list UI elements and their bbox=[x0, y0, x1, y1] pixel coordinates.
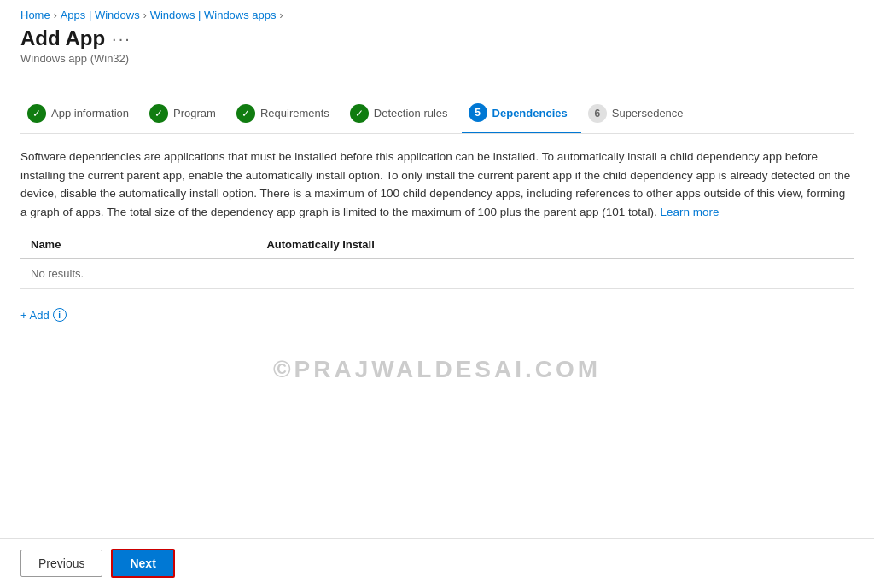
page-title: Add App bbox=[20, 26, 105, 50]
dependencies-description: Software dependencies are applications t… bbox=[20, 148, 854, 221]
no-results-text: No results. bbox=[20, 259, 854, 289]
step-requirements[interactable]: Requirements bbox=[230, 97, 343, 133]
steps-row: App information Program Requirements Det… bbox=[20, 86, 854, 134]
breadcrumb-sep-1: › bbox=[54, 9, 57, 21]
breadcrumb-sep-2: › bbox=[143, 9, 147, 21]
breadcrumb-apps-windows[interactable]: Apps | Windows bbox=[61, 9, 140, 21]
page-header: Add App ··· Windows app (Win32) bbox=[0, 26, 874, 72]
breadcrumb: Home › Apps | Windows › Windows | Window… bbox=[0, 0, 874, 26]
step-completed-icon-3 bbox=[236, 104, 255, 123]
breadcrumb-home[interactable]: Home bbox=[20, 9, 50, 21]
add-info-icon: i bbox=[53, 308, 67, 322]
step-completed-icon-2 bbox=[149, 104, 168, 123]
step-number-5: 5 bbox=[469, 103, 487, 122]
step-completed-icon-1 bbox=[27, 104, 46, 123]
col-header-name: Name bbox=[20, 231, 256, 259]
next-button[interactable]: Next bbox=[111, 549, 174, 578]
learn-more-link[interactable]: Learn more bbox=[660, 206, 719, 218]
step-completed-icon-4 bbox=[350, 104, 369, 123]
page-options-dots[interactable]: ··· bbox=[112, 29, 131, 49]
step-dependencies[interactable]: 5 Dependencies bbox=[462, 96, 581, 134]
step-app-information[interactable]: App information bbox=[20, 97, 143, 133]
step-label-2: Program bbox=[173, 107, 216, 119]
page-subtitle: Windows app (Win32) bbox=[20, 52, 854, 65]
add-dependency-link[interactable]: + Add i bbox=[20, 308, 67, 322]
step-label-1: App information bbox=[51, 107, 129, 119]
dependencies-table: Name Automatically Install No results. bbox=[20, 231, 854, 289]
breadcrumb-windows-apps[interactable]: Windows | Windows apps bbox=[150, 9, 277, 21]
step-label-3: Requirements bbox=[260, 107, 329, 119]
step-label-4: Detection rules bbox=[374, 107, 448, 119]
step-detection-rules[interactable]: Detection rules bbox=[343, 97, 462, 133]
main-content: App information Program Requirements Det… bbox=[0, 86, 874, 538]
watermark: ©PRAJWALDESAI.COM bbox=[20, 322, 854, 400]
step-supersedence[interactable]: 6 Supersedence bbox=[581, 97, 697, 133]
footer: Previous Next bbox=[0, 538, 874, 588]
previous-button[interactable]: Previous bbox=[20, 550, 102, 577]
table-no-results-row: No results. bbox=[20, 259, 854, 289]
breadcrumb-sep-3: › bbox=[280, 9, 283, 21]
header-divider bbox=[0, 79, 874, 79]
step-label-6: Supersedence bbox=[612, 107, 684, 119]
add-dependency-row: + Add i bbox=[20, 298, 854, 322]
col-header-auto-install: Automatically Install bbox=[256, 231, 854, 259]
step-number-6: 6 bbox=[588, 104, 607, 123]
step-label-5: Dependencies bbox=[492, 107, 568, 119]
step-program[interactable]: Program bbox=[143, 97, 230, 133]
